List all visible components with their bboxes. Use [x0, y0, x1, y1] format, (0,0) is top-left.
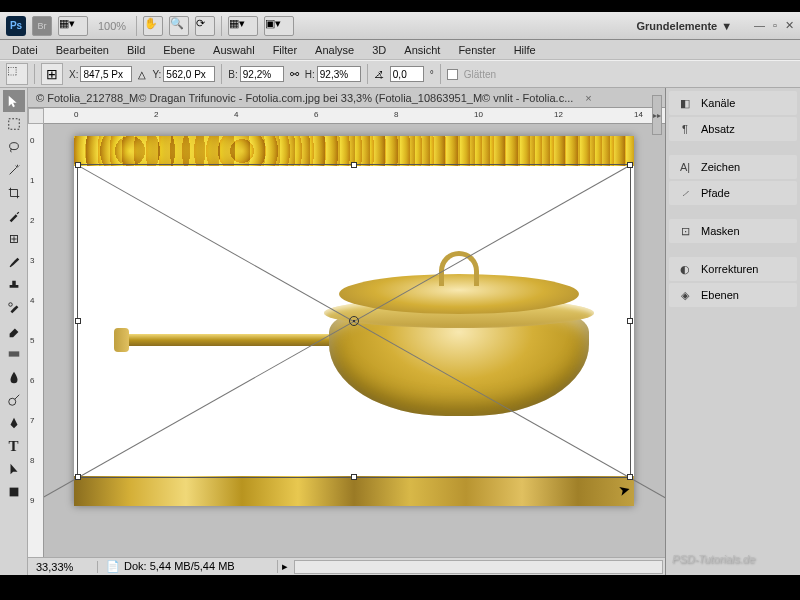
pen-tool[interactable] [3, 412, 25, 434]
blur-tool[interactable] [3, 366, 25, 388]
options-bar: ⬚ ⊞ X: △ Y: B: ⚯ H: ⦨ ° Glätten [0, 60, 800, 88]
character-icon: A| [677, 160, 693, 174]
menu-filter[interactable]: Filter [265, 42, 305, 58]
move-tool[interactable] [3, 90, 25, 112]
watermark: PSD-Tutorials.de [672, 553, 755, 565]
view-extras-button[interactable]: ▦▾ [58, 16, 88, 36]
ruler-origin[interactable] [28, 108, 44, 124]
menu-fenster[interactable]: Fenster [450, 42, 503, 58]
shape-tool[interactable] [3, 481, 25, 503]
panel-masks[interactable]: ⊡Masken [669, 219, 797, 243]
eyedropper-tool[interactable] [3, 205, 25, 227]
document-workspace: 0123456789 [28, 124, 665, 557]
stamp-tool[interactable] [3, 274, 25, 296]
angle-input[interactable] [390, 66, 424, 82]
horizontal-ruler[interactable]: 02468101214 [44, 108, 665, 124]
panel-adjustments[interactable]: ◐Korrekturen [669, 257, 797, 281]
y-label: Y: [152, 69, 161, 80]
workspace-label: Grundelemente [637, 20, 718, 32]
workspace-switcher[interactable]: Grundelemente ▼ [629, 20, 741, 32]
menu-ansicht[interactable]: Ansicht [396, 42, 448, 58]
image-golden-pan [119, 256, 589, 436]
x-label: X: [69, 69, 78, 80]
hand-tool-button[interactable]: ✋ [143, 16, 163, 36]
document-tab-bar: © Fotolia_212788_M© Dragan Trifunovic - … [28, 88, 665, 108]
menu-hilfe[interactable]: Hilfe [506, 42, 544, 58]
image-ornate-border-top [74, 136, 634, 166]
svg-point-5 [8, 398, 15, 405]
screen-mode-button[interactable]: ▣▾ [264, 16, 294, 36]
status-doc-info[interactable]: 📄Dok: 5,44 MB/5,44 MB [98, 560, 278, 573]
adjustments-icon: ◐ [677, 262, 693, 276]
layers-icon: ◈ [677, 288, 693, 302]
marquee-tool[interactable] [3, 113, 25, 135]
menu-datei[interactable]: Datei [4, 42, 46, 58]
document-tab[interactable]: © Fotolia_212788_M© Dragan Trifunovic - … [28, 90, 581, 106]
panel-channels[interactable]: ◧Kanäle [669, 91, 797, 115]
menu-auswahl[interactable]: Auswahl [205, 42, 263, 58]
height-label: H: [305, 69, 315, 80]
x-input[interactable] [80, 66, 132, 82]
reference-point-icon[interactable]: ⊞ [41, 63, 63, 85]
smooth-checkbox[interactable] [447, 69, 458, 80]
chevron-down-icon: ▼ [721, 20, 732, 32]
brush-tool[interactable] [3, 251, 25, 273]
svg-point-3 [8, 303, 12, 307]
transform-handle-mr[interactable] [627, 318, 633, 324]
zoom-level[interactable]: 100% [94, 20, 130, 32]
panel-label: Zeichen [701, 161, 740, 173]
arrange-button[interactable]: ▦▾ [228, 16, 258, 36]
ruler-row: 02468101214 [28, 108, 665, 124]
panel-paragraph[interactable]: ¶Absatz [669, 117, 797, 141]
horizontal-scrollbar[interactable] [294, 560, 663, 574]
status-zoom[interactable]: 33,33% [28, 561, 98, 573]
zoom-tool-button[interactable]: 🔍 [169, 16, 189, 36]
paragraph-icon: ¶ [677, 122, 693, 136]
pan-handle [119, 334, 349, 346]
type-tool[interactable]: T [3, 435, 25, 457]
panel-collapse-button[interactable]: ▸▸ [652, 95, 662, 135]
panel-paths[interactable]: ⟋Pfade [669, 181, 797, 205]
menu-bearbeiten[interactable]: Bearbeiten [48, 42, 117, 58]
vertical-ruler[interactable]: 0123456789 [28, 124, 44, 557]
image-ornate-border-bottom [74, 476, 634, 506]
healing-tool[interactable] [3, 228, 25, 250]
eraser-tool[interactable] [3, 320, 25, 342]
y-input[interactable] [163, 66, 215, 82]
dodge-tool[interactable] [3, 389, 25, 411]
panel-label: Pfade [701, 187, 730, 199]
canvas-viewport[interactable]: ➤ [44, 124, 665, 557]
lasso-tool[interactable] [3, 136, 25, 158]
masks-icon: ⊡ [677, 224, 693, 238]
height-input[interactable] [317, 66, 361, 82]
width-label: B: [228, 69, 237, 80]
gradient-tool[interactable] [3, 343, 25, 365]
maximize-button[interactable]: ▫ [773, 19, 777, 32]
minimize-button[interactable]: — [754, 19, 765, 32]
panel-label: Korrekturen [701, 263, 758, 275]
transform-tool-icon[interactable]: ⬚ [6, 63, 28, 85]
width-input[interactable] [240, 66, 284, 82]
angle-icon: ⦨ [374, 69, 384, 80]
tab-close-button[interactable]: × [585, 92, 591, 104]
rotate-view-button[interactable]: ⟳ [195, 16, 215, 36]
status-chevron-icon[interactable]: ▸ [278, 560, 292, 573]
bridge-button[interactable]: Br [32, 16, 52, 36]
panel-character[interactable]: A|Zeichen [669, 155, 797, 179]
delta-icon[interactable]: △ [138, 69, 146, 80]
wand-tool[interactable] [3, 159, 25, 181]
crop-tool[interactable] [3, 182, 25, 204]
canvas[interactable] [74, 136, 634, 506]
menu-ebene[interactable]: Ebene [155, 42, 203, 58]
menu-3d[interactable]: 3D [364, 42, 394, 58]
history-brush-tool[interactable] [3, 297, 25, 319]
angle-unit: ° [430, 69, 434, 80]
path-select-tool[interactable] [3, 458, 25, 480]
menu-bild[interactable]: Bild [119, 42, 153, 58]
panel-layers[interactable]: ◈Ebenen [669, 283, 797, 307]
close-button[interactable]: ✕ [785, 19, 794, 32]
transform-handle-ml[interactable] [75, 318, 81, 324]
pan-handle-end [114, 328, 129, 352]
menu-analyse[interactable]: Analyse [307, 42, 362, 58]
link-icon[interactable]: ⚯ [290, 68, 299, 81]
